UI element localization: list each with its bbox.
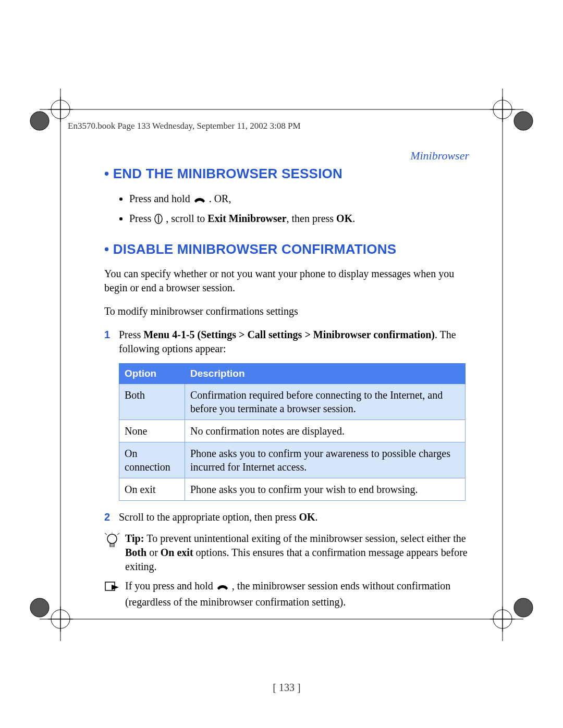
th-option: Option	[119, 364, 185, 384]
bullet-press-scroll: Press , scroll to Exit Minibrowser, then…	[129, 211, 469, 228]
table-row: On connection Phone asks you to confirm …	[119, 442, 466, 478]
svg-point-10	[51, 610, 70, 628]
svg-point-19	[514, 598, 533, 617]
svg-point-17	[514, 112, 533, 130]
options-table: Option Description Both Confirmation req…	[119, 363, 466, 501]
hold-note-text: If you press and hold , the minibrowser …	[125, 579, 469, 609]
svg-point-16	[30, 112, 49, 130]
svg-point-7	[493, 100, 512, 119]
tip-text: Tip: To prevent unintentional exiting of…	[125, 532, 469, 574]
end-session-bullets: Press and hold . OR, Press , scroll to E…	[104, 191, 469, 228]
arrow-note-icon	[104, 579, 125, 609]
hold-note: If you press and hold , the minibrowser …	[104, 579, 469, 609]
table-row: None No confirmation notes are displayed…	[119, 420, 466, 442]
step-1-number: 1	[104, 328, 119, 356]
svg-marker-29	[112, 585, 119, 590]
running-head: Minibrowser	[410, 149, 469, 163]
end-call-key-icon	[216, 581, 229, 595]
lightbulb-icon	[104, 532, 125, 574]
tip-note: Tip: To prevent unintentional exiting of…	[104, 532, 469, 574]
th-description: Description	[185, 364, 465, 384]
step-1: 1 Press Menu 4-1-5 (Settings > Call sett…	[104, 328, 469, 356]
step-2: 2 Scroll to the appropriate option, then…	[104, 510, 469, 524]
table-header-row: Option Description	[119, 364, 466, 384]
svg-line-23	[105, 533, 107, 535]
bullet-press-hold: Press and hold . OR,	[129, 191, 469, 208]
svg-line-24	[117, 533, 119, 535]
svg-point-22	[107, 534, 117, 544]
section-heading-disable-confirm: DISABLE MINIBROWSER CONFIRMATIONS	[104, 241, 469, 257]
page-content: END THE MINIBROWSER SESSION Press and ho…	[104, 166, 469, 614]
svg-point-13	[493, 610, 512, 628]
svg-point-18	[30, 598, 49, 617]
step-2-text: Scroll to the appropriate option, then p…	[119, 510, 469, 524]
scroll-key-icon	[154, 213, 163, 228]
section-heading-end-session: END THE MINIBROWSER SESSION	[104, 166, 469, 182]
table-row: Both Confirmation required before connec…	[119, 384, 466, 420]
table-row: On exit Phone asks you to confirm your w…	[119, 478, 466, 501]
header-filepath: En3570.book Page 133 Wednesday, Septembe…	[68, 121, 301, 131]
step-1-text: Press Menu 4-1-5 (Settings > Call settin…	[119, 328, 469, 356]
end-call-key-icon	[193, 193, 206, 208]
step-2-number: 2	[104, 510, 119, 524]
svg-point-4	[51, 100, 70, 119]
disable-intro: You can specify whether or not you want …	[104, 267, 469, 295]
disable-sub: To modify minibrowser confirmations sett…	[104, 304, 469, 318]
